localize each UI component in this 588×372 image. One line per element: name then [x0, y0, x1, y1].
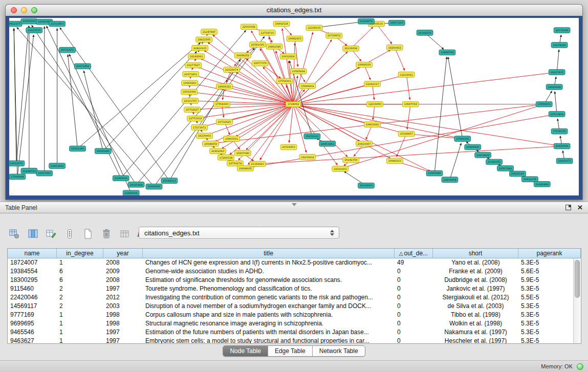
close-panel-icon[interactable]: ✕ [577, 204, 583, 211]
graph-node[interactable]: 18235432 [299, 155, 316, 160]
graph-node[interactable]: 15146457 [398, 131, 415, 137]
graph-node[interactable]: 19996990 [465, 144, 481, 150]
graph-edge[interactable] [17, 35, 34, 177]
graph-edge[interactable] [434, 57, 447, 173]
table-row[interactable]: 946362711997Embryonic stem cells: a mode… [8, 337, 573, 343]
graph-node[interactable]: 12216061 [398, 72, 415, 78]
edit-table-button[interactable] [44, 227, 58, 241]
graph-node[interactable]: 12106015 [306, 25, 322, 31]
graph-node[interactable]: 19565685 [95, 148, 111, 154]
graph-edge[interactable] [340, 105, 540, 169]
graph-node[interactable]: 18507983 [36, 170, 53, 176]
graph-node[interactable]: 21041953 [486, 159, 503, 165]
graph-node[interactable]: 20573452 [75, 63, 91, 69]
column-header-pagerank[interactable]: pagerank [518, 249, 581, 258]
graph-edge[interactable] [154, 36, 265, 187]
graph-node[interactable]: 18025464 [128, 182, 144, 187]
graph-node[interactable]: 21069604 [113, 176, 129, 181]
graph-node[interactable]: 15958831 [536, 101, 552, 107]
graph-node[interactable]: 16642433 [287, 36, 303, 41]
graph-node[interactable]: 18668039 [356, 62, 373, 68]
graph-node[interactable]: 18331707 [182, 98, 199, 104]
graph-node[interactable]: 19565683 [182, 80, 198, 86]
graph-node[interactable]: 16032806 [280, 54, 296, 59]
table-row[interactable]: 2242004622012Investigating the contribut… [8, 293, 573, 302]
graph-node[interactable]: 21926974 [223, 67, 239, 73]
graph-node[interactable]: 20729852 [326, 33, 342, 38]
graph-edge[interactable] [69, 54, 131, 193]
graph-node[interactable]: 18945968 [546, 84, 562, 90]
memory-ok-icon[interactable] [577, 363, 583, 370]
graph-node[interactable]: 18262977 [556, 158, 573, 164]
graph-node[interactable]: 19012975 [9, 161, 25, 166]
graph-edge[interactable] [47, 26, 121, 179]
graph-node[interactable]: 20453842 [49, 163, 66, 169]
graph-node[interactable]: 19565684 [290, 69, 307, 74]
graph-edge[interactable] [555, 92, 557, 114]
row-tools-button[interactable] [62, 227, 76, 241]
graph-node[interactable]: 18698321 [216, 84, 233, 90]
graph-node[interactable]: 12753102 [187, 116, 204, 121]
graph-node[interactable]: 21624972 [358, 18, 375, 24]
graph-node[interactable]: 19546859 [203, 141, 219, 146]
graph-node[interactable]: 16932994 [181, 89, 198, 95]
graph-node[interactable]: 17999364 [9, 174, 26, 180]
graph-node[interactable]: 21802063 [210, 148, 226, 154]
graph-edge[interactable] [448, 57, 462, 139]
graph-node[interactable]: 21224593 [21, 168, 37, 174]
column-header-year[interactable]: year [103, 249, 143, 258]
table-row[interactable]: 1872400712008Changes of HCN gene express… [8, 258, 573, 267]
graph-node[interactable]: 16142358 [343, 157, 359, 163]
float-panel-icon[interactable] [565, 205, 571, 210]
table-row[interactable]: 1938455462009Genome-wide association stu… [8, 267, 573, 276]
graph-node[interactable]: 18381903 [332, 166, 349, 172]
graph-node[interactable]: 21513454 [549, 112, 565, 117]
graph-edge[interactable] [395, 48, 404, 71]
show-columns-button[interactable] [26, 227, 39, 241]
scrollbar-thumb[interactable] [575, 260, 580, 298]
graph-node[interactable]: 20732627 [184, 107, 201, 113]
table-options-button[interactable] [7, 227, 21, 241]
graph-node[interactable]: 21042317 [364, 81, 381, 87]
table-row[interactable]: 946554611997Estimation of the future num… [8, 328, 573, 337]
graph-edge[interactable] [14, 28, 17, 177]
graph-node[interactable]: 18207040 [234, 150, 251, 156]
panel-splitter-grip[interactable] [292, 203, 297, 206]
graph-node[interactable]: 17554301 [276, 78, 293, 84]
graph-node[interactable]: 18759274 [227, 161, 243, 166]
graph-node[interactable]: 10647094 [402, 101, 419, 107]
graph-node[interactable]: 20650905 [21, 18, 37, 24]
table-row[interactable]: 977716911998Corpus callosum shape and si… [8, 311, 573, 319]
graph-node[interactable]: 16116092 [343, 46, 359, 51]
graph-node[interactable]: 15689432 [299, 83, 316, 89]
table-row[interactable]: 1830029562008Estimation of significance … [8, 276, 573, 285]
graph-node[interactable]: 21668109 [123, 190, 139, 195]
column-header-short[interactable]: short [433, 249, 518, 258]
graph-node[interactable]: 19448794 [439, 50, 455, 55]
graph-node[interactable]: 20541016 [249, 42, 266, 48]
column-header-out-degree[interactable]: △out_de... [395, 249, 433, 258]
graph-node[interactable]: 18200432 [386, 45, 403, 51]
graph-node[interactable]: 12754710 [259, 30, 275, 36]
graph-edge[interactable] [397, 134, 406, 157]
graph-node[interactable]: 19948103 [386, 158, 403, 164]
graph-node[interactable]: 12216060 [366, 101, 383, 107]
graph-edge[interactable] [60, 28, 169, 181]
graph-node[interactable]: 21247447 [201, 29, 217, 35]
graph-node[interactable]: 20453843 [319, 141, 336, 146]
table-vertical-scrollbar[interactable] [573, 258, 581, 343]
graph-node[interactable]: 20650906 [554, 143, 570, 149]
graph-node[interactable]: 20531471 [59, 47, 76, 53]
graph-node[interactable]: 18821565 [196, 37, 212, 42]
table-select[interactable]: citations_edges.txt [139, 227, 339, 239]
column-header-in-degree[interactable]: in_degree [57, 249, 103, 258]
graph-edge[interactable] [293, 104, 557, 146]
graph-edge[interactable] [84, 71, 103, 151]
graph-edge[interactable] [557, 50, 559, 72]
graph-node[interactable]: 21513453 [49, 21, 66, 27]
graph-node[interactable]: 19151011 [304, 134, 320, 139]
graph-node[interactable]: 20729853 [280, 144, 297, 150]
graph-node[interactable]: 20421935 [192, 45, 208, 51]
graph-node[interactable]: 17554300 [214, 101, 230, 107]
graph-node[interactable]: 18301340 [70, 146, 86, 151]
